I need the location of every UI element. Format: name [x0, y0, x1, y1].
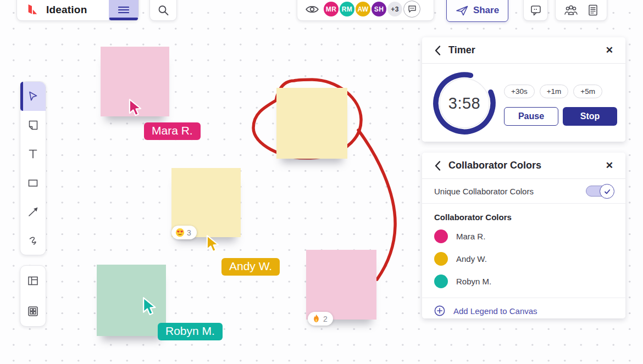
collaborator-row: Mara R. — [422, 225, 625, 248]
tool-select[interactable] — [20, 82, 46, 111]
timer-panel: Timer ✕ 3:58 +30s +1m +5m Pause Stop — [422, 37, 625, 142]
share-label: Share — [473, 5, 499, 16]
collaborator-name: Mara R. — [456, 232, 485, 241]
comment-button[interactable] — [523, 0, 548, 21]
plus-circle-icon — [434, 305, 445, 316]
avatar-overflow-badge[interactable]: +3 — [386, 1, 403, 18]
add-time-buttons: +30s +1m +5m — [504, 85, 602, 98]
add-30s-button[interactable]: +30s — [504, 85, 535, 98]
whiteboard-canvas[interactable]: Mara R. Andy W. Robyn M. 3 2 Ideation — [0, 0, 643, 364]
tool-layout[interactable] — [20, 266, 46, 296]
layout-toolbar — [20, 265, 46, 327]
reaction-count: 3 — [187, 228, 191, 237]
menu-active-indicator — [109, 18, 138, 20]
scribble-pen-icon — [27, 234, 39, 247]
paper-plane-icon — [456, 4, 469, 16]
document-icon — [587, 4, 599, 16]
rectangle-shape-icon — [27, 177, 39, 189]
hamburger-menu-icon — [118, 6, 129, 14]
search-button[interactable] — [149, 0, 177, 21]
close-icon[interactable]: ✕ — [606, 160, 613, 171]
reaction-heart-eyes[interactable]: 3 — [171, 226, 197, 239]
timer-remaining-time: 3:58 — [430, 69, 498, 137]
collaborator-color-dot — [434, 275, 448, 288]
cursor-mara — [128, 99, 145, 117]
tool-text[interactable] — [20, 139, 46, 169]
avatar[interactable]: AW — [354, 1, 372, 18]
back-button[interactable] — [434, 45, 441, 56]
eye-icon — [305, 4, 319, 15]
collaborator-row: Andy W. — [422, 248, 625, 270]
collaborator-color-dot — [434, 229, 448, 243]
avatar[interactable]: SH — [370, 1, 387, 18]
board-menu-button[interactable] — [109, 0, 138, 20]
sticky-note-yellow-circled[interactable] — [276, 88, 347, 159]
arrow-icon — [27, 205, 39, 217]
collaborator-color-dot — [434, 252, 448, 266]
collaborator-colors-panel: Collaborator Colors ✕ Unique Collaborato… — [422, 153, 625, 318]
people-icon — [563, 4, 579, 16]
grid-squares-icon — [26, 305, 40, 318]
tool-arrow[interactable] — [20, 197, 46, 226]
add-legend-button[interactable]: Add Legend to Canvas — [422, 298, 625, 323]
notes-button[interactable] — [587, 4, 599, 16]
board-title: Ideation — [46, 4, 87, 16]
add-5m-button[interactable]: +5m — [573, 85, 602, 98]
checkmark-icon — [603, 188, 611, 195]
board-tab[interactable]: Ideation — [16, 0, 139, 21]
collaborator-name: Robyn M. — [456, 277, 491, 286]
collaborators-button[interactable] — [563, 4, 579, 16]
pause-button[interactable]: Pause — [504, 107, 558, 126]
add-1m-button[interactable]: +1m — [540, 85, 569, 98]
heart-eyes-emoji-icon — [175, 228, 185, 237]
avatar[interactable]: MR — [323, 1, 340, 18]
topbar-tools-group — [555, 0, 607, 21]
chevron-left-icon — [434, 160, 441, 171]
chevron-left-icon — [434, 45, 441, 56]
tool-selected-indicator — [20, 82, 23, 111]
collaborator-panel-header: Collaborator Colors ✕ — [422, 153, 625, 179]
presence-bar: MR RM AW SH +3 — [297, 0, 434, 21]
presence-comment-button[interactable] — [403, 1, 420, 18]
visibility-button[interactable] — [305, 4, 319, 15]
add-legend-label: Add Legend to Canvas — [453, 306, 537, 316]
reaction-fire[interactable]: 2 — [308, 312, 333, 326]
text-icon — [27, 148, 39, 160]
reaction-count: 2 — [323, 315, 328, 323]
fire-emoji-icon — [312, 314, 321, 323]
unique-colors-row: Unique Collaborator Colors — [422, 179, 625, 204]
tool-shape[interactable] — [20, 169, 46, 198]
cursor-robyn — [142, 297, 159, 317]
timer-panel-header: Timer ✕ — [422, 37, 625, 64]
name-tag-mara: Mara R. — [144, 122, 201, 140]
cursor-andy — [206, 235, 222, 254]
chat-dots-icon — [408, 5, 417, 13]
collaborator-row: Robyn M. — [422, 270, 625, 293]
share-button[interactable]: Share — [446, 0, 508, 22]
sticky-note-pink-2[interactable] — [306, 250, 376, 320]
collaborator-colors-section-title: Collaborator Colors — [422, 204, 625, 225]
sticky-note-icon — [27, 119, 39, 131]
back-button[interactable] — [434, 160, 441, 171]
name-tag-robyn: Robyn M. — [158, 323, 223, 340]
close-icon[interactable]: ✕ — [606, 44, 613, 56]
toggle-knob — [600, 184, 614, 199]
unique-colors-label: Unique Collaborator Colors — [434, 187, 586, 196]
collaborator-name: Andy W. — [456, 254, 487, 264]
timer-panel-title: Timer — [448, 44, 606, 56]
stop-button[interactable]: Stop — [563, 107, 617, 126]
tool-sticky-note[interactable] — [20, 111, 46, 140]
tool-pen[interactable] — [20, 226, 46, 255]
drawing-toolbar — [20, 81, 46, 255]
lucid-logo-icon — [26, 3, 38, 16]
avatar[interactable]: RM — [339, 1, 356, 18]
tool-grid[interactable] — [20, 296, 46, 326]
collaborator-panel-title: Collaborator Colors — [448, 160, 606, 171]
comment-bubble-icon — [530, 4, 542, 16]
search-icon — [157, 4, 169, 16]
name-tag-andy: Andy W. — [221, 258, 280, 276]
unique-colors-toggle[interactable] — [586, 186, 610, 197]
select-cursor-icon — [27, 90, 39, 102]
layout-panes-icon — [26, 275, 40, 288]
